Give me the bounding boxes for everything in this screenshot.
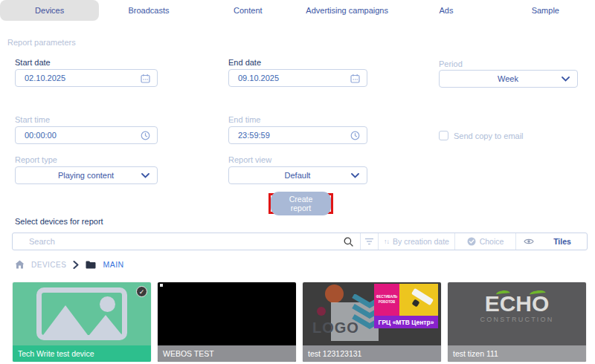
folder-icon [86, 261, 96, 269]
tab-sample[interactable]: Sample [496, 0, 595, 21]
chevron-right-icon [73, 261, 79, 269]
tab-devices[interactable]: Devices [0, 0, 99, 21]
filter-icon [364, 238, 374, 245]
image-placeholder-icon [36, 287, 127, 340]
choice-label: Choice [480, 237, 504, 246]
choice-button[interactable]: Choice [454, 233, 515, 250]
view-mode-button[interactable]: Tiles [515, 233, 587, 250]
clock-icon[interactable] [141, 131, 150, 140]
echo-logo: ECHO CONSTRUCTION [480, 293, 554, 323]
end-time-value: 23:59:59 [229, 131, 350, 140]
calendar-icon[interactable] [141, 74, 150, 83]
device-tile-grid: ✓ Tech Write test device WEBOS TEST LOGO [13, 282, 586, 362]
period-label: Period [439, 59, 463, 68]
screen-poster: ФЕСТИВАЛЬ РОБОТОВ ГРЦ «МТВ Центр» [374, 284, 438, 328]
device-name: WEBOS TEST [158, 345, 296, 362]
breadcrumb: DEVICES MAIN [15, 258, 124, 271]
tab-content[interactable]: Content [199, 0, 298, 21]
end-time-input[interactable]: 23:59:59 [228, 126, 367, 144]
end-date-label: End date [228, 58, 261, 67]
device-name: Tech Write test device [13, 345, 151, 362]
report-view-select[interactable]: Default [228, 166, 367, 184]
send-copy-email-label: Send copy to email [454, 131, 524, 140]
report-parameters-heading: Report parameters [7, 38, 76, 47]
device-tile-test-tizen[interactable]: ECHO CONSTRUCTION test tizen 111 [448, 282, 586, 362]
selected-check-icon[interactable]: ✓ [136, 286, 147, 297]
breadcrumb-root[interactable]: DEVICES [31, 261, 66, 269]
sort-arrows-icon: ↑↓ [384, 238, 389, 245]
annotation-highlight-box: Create report [268, 193, 333, 214]
start-time-value: 00:00:00 [16, 131, 141, 140]
breadcrumb-current-folder[interactable]: MAIN [103, 260, 123, 269]
device-tile-webos[interactable]: WEBOS TEST [158, 282, 296, 362]
sort-label: By creation date [393, 237, 449, 246]
poster-badge-text: ФЕСТИВАЛЬ РОБОТОВ [374, 284, 399, 316]
end-date-value: 09.10.2025 [229, 74, 350, 82]
report-type-label: Report type [15, 155, 57, 164]
screen-artifact [160, 284, 163, 287]
end-time-label: End time [228, 115, 260, 124]
filter-button[interactable] [360, 233, 378, 250]
period-value: Week [440, 74, 562, 83]
create-report-button[interactable]: Create report [271, 192, 331, 215]
start-time-label: Start time [15, 115, 50, 124]
device-name: test tizen 111 [448, 345, 586, 362]
chevron-down-icon [141, 173, 149, 178]
clock-icon[interactable] [350, 131, 360, 140]
device-tile-test-123123131[interactable]: LOGO ФЕСТИВАЛЬ РОБОТОВ ГРЦ «МТВ Центр» [303, 282, 441, 362]
send-copy-email-option[interactable]: Send copy to email [439, 131, 524, 140]
search-placeholder: Search [13, 237, 344, 246]
select-devices-heading: Select devices for report [15, 217, 103, 226]
period-select[interactable]: Week [439, 70, 578, 88]
calendar-icon[interactable] [350, 74, 360, 83]
report-view-label: Report view [228, 155, 271, 164]
view-mode-label: Tiles [538, 237, 587, 246]
sort-by-creation-date-button[interactable]: ↑↓ By creation date [378, 233, 454, 250]
report-type-value: Playing content [16, 171, 141, 180]
tab-advertising-campaigns[interactable]: Advertising campaigns [298, 0, 396, 21]
start-date-input[interactable]: 02.10.2025 [15, 69, 158, 87]
check-circle-icon [467, 237, 476, 246]
chevron-down-icon [562, 77, 570, 82]
start-date-value: 02.10.2025 [16, 74, 141, 82]
report-view-value: Default [229, 171, 351, 180]
device-tile-tech-write[interactable]: ✓ Tech Write test device [13, 282, 151, 362]
device-name: test 123123131 [303, 345, 441, 362]
poster-robot-graphic [399, 284, 438, 316]
report-page: Devices Broadcasts Content Advertising c… [0, 0, 595, 364]
screen-graphic-circle [317, 307, 326, 316]
chevron-down-icon [351, 173, 359, 178]
start-time-input[interactable]: 00:00:00 [15, 126, 158, 144]
device-toolbar: Search ↑↓ By creation date Choice Tiles [12, 233, 588, 250]
top-tab-bar: Devices Broadcasts Content Advertising c… [0, 0, 595, 21]
screen-graphic-circle [325, 285, 344, 303]
eye-icon[interactable] [524, 238, 534, 245]
start-date-label: Start date [15, 58, 51, 67]
home-icon[interactable] [15, 260, 25, 269]
echo-logo-subtext: CONSTRUCTION [480, 316, 554, 323]
search-icon[interactable] [344, 237, 353, 247]
send-copy-email-checkbox[interactable] [439, 131, 448, 140]
tab-ads[interactable]: Ads [396, 0, 495, 21]
poster-caption-text: ГРЦ «МТВ Центр» [374, 316, 438, 328]
tab-broadcasts[interactable]: Broadcasts [99, 0, 198, 21]
report-type-select[interactable]: Playing content [15, 166, 158, 184]
end-date-input[interactable]: 09.10.2025 [228, 69, 367, 87]
search-input[interactable]: Search [13, 233, 360, 250]
